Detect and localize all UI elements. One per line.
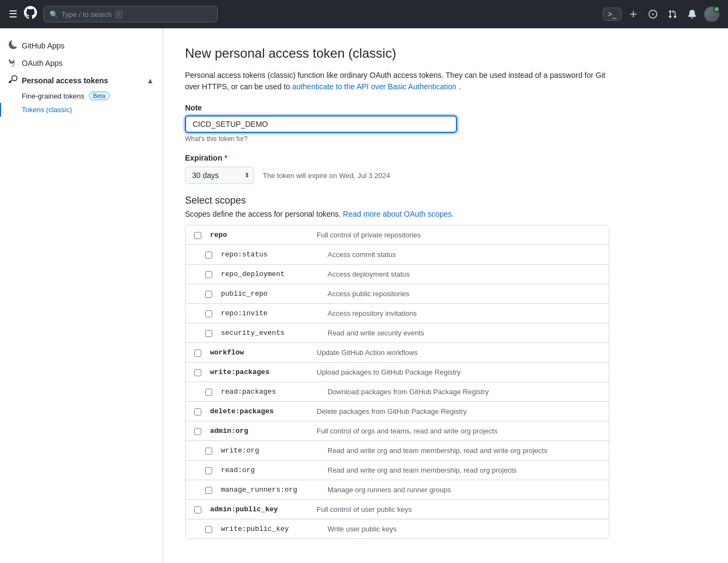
scope-name-repo: repo xyxy=(210,231,308,239)
search-icon: 🔍 xyxy=(50,10,58,19)
note-hint: What's this token for? xyxy=(185,135,706,143)
tokens-classic-label: Tokens (classic) xyxy=(22,106,72,114)
pull-requests-icon[interactable] xyxy=(665,7,680,22)
scope-desc-admin-public-key: Full control of user public keys xyxy=(317,505,600,513)
expiration-section: Expiration * 7 days 30 days 60 days 90 d… xyxy=(185,154,706,184)
scope-name-read-org: read:org xyxy=(221,466,319,474)
scope-name-write-public-key: write:public_key xyxy=(221,525,319,533)
scopes-link[interactable]: Read more about OAuth scopes. xyxy=(343,210,454,218)
scope-name-write-packages: write:packages xyxy=(210,368,308,376)
github-logo[interactable] xyxy=(24,6,37,23)
page-description: Personal access tokens (classic) functio… xyxy=(185,70,609,93)
terminal-button[interactable]: >_ xyxy=(603,8,621,21)
scope-checkbox-repo-invite[interactable] xyxy=(205,310,212,317)
scopes-title: Select scopes xyxy=(185,195,706,206)
scope-row-security-events: security_events Read and write security … xyxy=(186,323,609,343)
scope-desc-workflow: Update GitHub Action workflows xyxy=(317,348,600,357)
scope-checkbox-public-repo[interactable] xyxy=(205,291,212,298)
scope-row-read-packages: read:packages Download packages from Git… xyxy=(186,382,609,402)
scope-name-workflow: workflow xyxy=(210,348,308,357)
sidebar-personal-access-tokens-header[interactable]: Personal access tokens ▲ xyxy=(0,72,163,89)
sidebar-item-fine-grained[interactable]: Fine-grained tokens Beta xyxy=(0,89,163,103)
expiry-select-wrapper: 7 days 30 days 60 days 90 days Custom No… xyxy=(185,167,254,184)
expiry-select[interactable]: 7 days 30 days 60 days 90 days Custom No… xyxy=(185,167,254,184)
scope-name-admin-org: admin:org xyxy=(210,427,308,435)
chevron-up-icon: ▲ xyxy=(146,76,154,85)
notifications-icon[interactable] xyxy=(684,7,700,22)
scope-checkbox-admin-org[interactable] xyxy=(194,428,201,435)
scope-checkbox-admin-public-key[interactable] xyxy=(194,506,201,513)
scope-desc-repo-invite: Access repository invitations xyxy=(328,309,600,317)
scope-checkbox-repo-deployment[interactable] xyxy=(205,271,212,278)
description-end: . xyxy=(459,82,461,91)
search-text: Type / to search xyxy=(61,10,112,19)
scope-desc-repo-status: Access commit status xyxy=(328,250,600,259)
scope-name-security-events: security_events xyxy=(221,329,319,337)
scope-checkbox-repo[interactable] xyxy=(194,232,201,239)
sidebar-item-tokens-classic[interactable]: Tokens (classic) xyxy=(0,103,163,117)
scope-desc-write-org: Read and write org and team membership, … xyxy=(328,446,600,455)
scope-checkbox-write-public-key[interactable] xyxy=(205,526,212,533)
scope-name-repo-invite: repo:invite xyxy=(221,309,319,317)
scope-desc-write-packages: Upload packages to GitHub Package Regist… xyxy=(317,368,600,376)
sidebar-github-apps-label: GitHub Apps xyxy=(22,41,65,50)
scope-name-read-packages: read:packages xyxy=(221,388,319,396)
scope-name-delete-packages: delete:packages xyxy=(210,407,308,415)
scope-desc-repo: Full control of private repositories xyxy=(317,231,600,239)
expiry-hint: The token will expire on Wed, Jul 3 2024 xyxy=(263,172,390,180)
content-area: New personal access token (classic) Pers… xyxy=(163,28,728,563)
sidebar-item-oauth-apps[interactable]: OAuth Apps xyxy=(0,54,163,72)
scope-checkbox-read-packages[interactable] xyxy=(205,389,212,396)
note-input[interactable] xyxy=(185,115,457,133)
scope-checkbox-workflow[interactable] xyxy=(194,350,201,357)
scope-name-manage-runners-org: manage_runners:org xyxy=(221,486,319,494)
expiration-label-row: Expiration * xyxy=(185,154,706,162)
scope-row-read-org: read:org Read and write org and team mem… xyxy=(186,461,609,480)
scope-row-write-packages: write:packages Upload packages to GitHub… xyxy=(186,363,609,382)
scope-row-delete-packages: delete:packages Delete packages from Git… xyxy=(186,402,609,421)
scope-desc-write-public-key: Write user public keys xyxy=(328,525,600,533)
scope-desc-repo-deployment: Access deployment status xyxy=(328,270,600,278)
scope-row-public-repo: public_repo Access public repositories xyxy=(186,284,609,304)
scope-checkbox-manage-runners-org[interactable] xyxy=(205,487,212,494)
scope-row-manage-runners-org: manage_runners:org Manage org runners an… xyxy=(186,480,609,500)
scope-checkbox-delete-packages[interactable] xyxy=(194,408,201,415)
beta-badge: Beta xyxy=(89,91,110,100)
new-item-button[interactable] xyxy=(626,7,641,22)
scope-name-admin-public-key: admin:public_key xyxy=(210,505,308,513)
scope-checkbox-write-org[interactable] xyxy=(205,448,212,455)
scope-row-write-org: write:org Read and write org and team me… xyxy=(186,441,609,461)
scopes-section: Select scopes Scopes define the access f… xyxy=(185,195,706,539)
sidebar-item-github-apps[interactable]: GitHub Apps xyxy=(0,37,163,54)
scope-checkbox-repo-status[interactable] xyxy=(205,252,212,259)
scope-row-repo-deployment: repo_deployment Access deployment status xyxy=(186,265,609,284)
fine-grained-label: Fine-grained tokens xyxy=(22,92,84,100)
sidebar: GitHub Apps OAuth Apps Personal access t… xyxy=(0,28,163,563)
scope-desc-manage-runners-org: Manage org runners and runner groups xyxy=(328,486,600,494)
top-nav-actions: >_ xyxy=(603,7,719,22)
search-kbd: / xyxy=(115,10,122,19)
scope-row-repo-invite: repo:invite Access repository invitation… xyxy=(186,304,609,323)
scope-row-admin-public-key: admin:public_key Full control of user pu… xyxy=(186,500,609,519)
scopes-desc-text: Scopes define the access for personal to… xyxy=(185,210,343,218)
expiration-row: 7 days 30 days 60 days 90 days Custom No… xyxy=(185,167,706,184)
scope-row-workflow: workflow Update GitHub Action workflows xyxy=(186,343,609,363)
scope-checkbox-write-packages[interactable] xyxy=(194,369,201,376)
scope-row-write-public-key: write:public_key Write user public keys xyxy=(186,519,609,538)
note-section: Note What's this token for? xyxy=(185,103,706,143)
main-layout: GitHub Apps OAuth Apps Personal access t… xyxy=(0,28,728,563)
scopes-description: Scopes define the access for personal to… xyxy=(185,210,706,218)
avatar[interactable] xyxy=(704,7,719,22)
search-bar[interactable]: 🔍 Type / to search / xyxy=(44,6,218,22)
scope-row-repo-status: repo:status Access commit status xyxy=(186,245,609,265)
scope-row-repo: repo Full control of private repositorie… xyxy=(186,225,609,245)
scope-checkbox-read-org[interactable] xyxy=(205,467,212,474)
scope-checkbox-security-events[interactable] xyxy=(205,330,212,337)
issues-icon[interactable] xyxy=(645,7,661,22)
expiration-label-text: Expiration xyxy=(185,154,222,162)
hamburger-menu[interactable]: ☰ xyxy=(9,8,17,20)
scope-name-write-org: write:org xyxy=(221,446,319,455)
description-link[interactable]: authenticate to the API over Basic Authe… xyxy=(292,82,456,91)
page-title: New personal access token (classic) xyxy=(185,46,706,61)
scope-desc-admin-org: Full control of orgs and teams, read and… xyxy=(317,427,600,435)
